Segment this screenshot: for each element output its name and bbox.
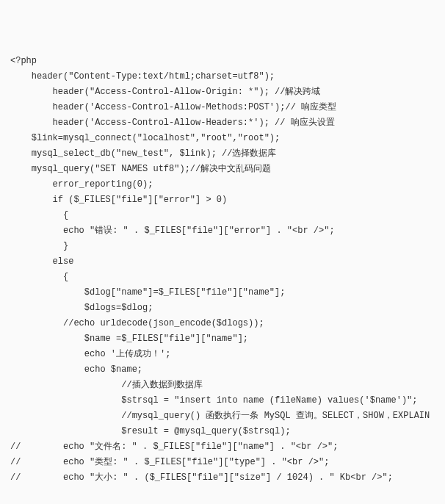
code-line: mysql_select_db("new_test", $link); //选择… [10,146,445,162]
code-line: header('Access-Control-Allow-Methods:POS… [10,100,445,115]
code-line: $strsql = "insert into name (fileName) v… [10,393,445,408]
code-line: // echo "类型: " . $_FILES["file"]["type"]… [10,455,445,470]
code-line: header("Access-Control-Allow-Origin: *")… [10,84,445,100]
code-line: //echo urldecode(json_encode($dlogs)); [10,316,445,331]
code-line: $result = @mysql_query($strsql); [10,424,445,439]
code-line: //插入数据到数据库 [10,378,445,393]
code-line: $link=mysql_connect("localhost","root","… [10,131,445,146]
code-line: header('Access-Control-Allow-Headers:*')… [10,115,445,131]
code-line: <?php [10,54,445,69]
code-line: else [10,254,445,270]
code-line: mysql_query("SET NAMES utf8");//解决中文乱码问题 [10,162,445,177]
code-line: echo $name; [10,362,445,378]
code-line: echo "错误: " . $_FILES["file"]["error"] .… [10,223,445,239]
code-block: <?php header("Content-Type:text/html;cha… [10,54,445,486]
code-line: $name =$_FILES["file"]["name"]; [10,331,445,347]
code-line: echo '上传成功！'; [10,347,445,362]
code-line: $dlogs=$dlog; [10,300,445,316]
code-line: if ($_FILES["file"]["error"] > 0) [10,192,445,208]
code-line: } [10,239,445,254]
code-line: // echo "大小: " . ($_FILES["file"]["size"… [10,470,445,486]
code-line: //mysql_query() 函数执行一条 MySQL 查询。SELECT，S… [10,408,445,424]
code-line: { [10,208,445,223]
code-line: $dlog["name"]=$_FILES["file"]["name"]; [10,285,445,300]
code-line: error_reporting(0); [10,177,445,192]
code-line: header("Content-Type:text/html;charset=u… [10,69,445,84]
code-line: { [10,270,445,285]
code-line: // echo "文件名: " . $_FILES["file"]["name"… [10,439,445,455]
